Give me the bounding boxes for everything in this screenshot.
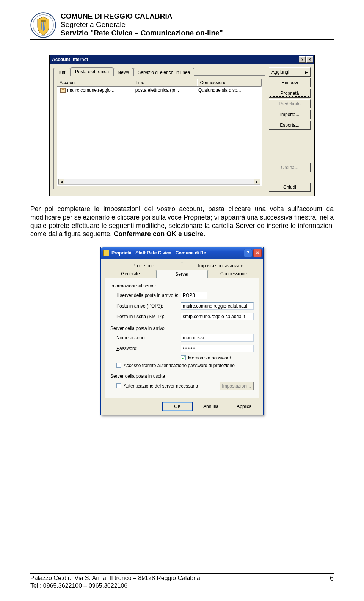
proprieta-button[interactable]: Proprietà <box>269 89 311 98</box>
predefinito-button: Predefinito <box>269 99 311 108</box>
server-type-label: Il server della posta in arrivo è: <box>116 293 181 298</box>
account-name-input[interactable]: mariorossi <box>181 334 254 342</box>
mail-icon <box>60 88 66 93</box>
account-list[interactable]: mailrc.comune.reggio... posta elettronic… <box>57 86 262 186</box>
account-name-label: Nome account: <box>116 335 181 341</box>
ordina-button: Ordina... <box>269 163 311 172</box>
cell-connessione: Qualunque sia disp... <box>197 87 260 93</box>
smtp-label: Posta in uscita (SMTP): <box>116 314 181 319</box>
svg-rect-2 <box>41 20 46 22</box>
header-divider <box>30 39 334 40</box>
document-footer: Palazzo Ce.dir., Via S. Anna, II tronco … <box>30 573 334 590</box>
password-input[interactable]: •••••••• <box>181 345 254 352</box>
paragraph-bold: Confermare con OK e uscire. <box>114 230 205 238</box>
account-internet-dialog: Account Internet ? × Tutti Posta elettro… <box>49 55 315 196</box>
annulla-button[interactable]: Annulla <box>196 402 226 411</box>
tab-bar: Protezione Impostazioni avanzate General… <box>105 262 259 278</box>
remember-password-checkbox[interactable] <box>181 355 186 360</box>
importa-button[interactable]: Importa... <box>269 110 311 119</box>
pop3-input[interactable]: mailrc.comune.reggio-calabria.it <box>181 302 254 310</box>
close-button[interactable]: × <box>253 249 262 257</box>
account-list-panel: Account Tipo Connessione mailrc.comune.r… <box>53 75 265 189</box>
server-tab-panel: Informazioni sul server Il server della … <box>105 278 259 398</box>
help-button[interactable]: ? <box>244 249 252 257</box>
close-button[interactable]: × <box>306 56 313 63</box>
remember-password-label: Memorizza password <box>188 355 231 361</box>
tab-news[interactable]: News <box>113 68 133 76</box>
password-label: Password: <box>116 346 181 351</box>
horizontal-scrollbar[interactable]: ◄ ► <box>58 179 260 185</box>
scroll-left-icon[interactable]: ◄ <box>58 179 64 184</box>
tab-generale[interactable]: Generale <box>105 270 156 278</box>
help-button[interactable]: ? <box>299 56 306 63</box>
tab-servizio-elenchi[interactable]: Servizio di elenchi in linea <box>133 68 194 76</box>
group-server-info: Informazioni sul server <box>110 283 254 289</box>
dialog-title: Proprietà - Staff Rete Civica - Comune d… <box>111 250 210 256</box>
column-connessione[interactable]: Connessione <box>197 79 262 86</box>
account-row[interactable]: mailrc.comune.reggio... posta elettronic… <box>57 87 261 94</box>
outgoing-auth-checkbox[interactable] <box>116 383 121 388</box>
server-type-input[interactable]: POP3 <box>181 292 207 299</box>
cell-account: mailrc.comune.reggio... <box>67 88 115 93</box>
rimuovi-button[interactable]: Rimuovi <box>269 78 311 87</box>
instruction-paragraph: Per poi completare le impostazioni del v… <box>30 205 334 239</box>
smtp-input[interactable]: smtp.comune.reggio-calabria.it <box>181 313 254 320</box>
group-outgoing-server: Server della posta in uscita <box>110 373 254 379</box>
column-tipo[interactable]: Tipo <box>133 79 198 86</box>
window-icon <box>103 250 109 256</box>
outgoing-auth-label: Autenticazione del server necessaria <box>124 383 198 389</box>
applica-button[interactable]: Applica <box>229 402 259 411</box>
dept-name: Segreteria Generale <box>61 20 223 29</box>
tab-protezione[interactable]: Protezione <box>105 262 182 270</box>
secure-auth-label: Accesso tramite autenticazione password … <box>124 363 235 368</box>
aggiungi-button[interactable]: Aggiungi ▶ <box>269 67 311 77</box>
impostazioni-button: Impostazioni... <box>220 382 254 390</box>
dialog-title: Account Internet <box>52 57 88 62</box>
tab-server[interactable]: Server <box>156 270 208 278</box>
properties-dialog: Proprietà - Staff Rete Civica - Comune d… <box>100 247 264 415</box>
municipal-crest-icon <box>30 12 56 38</box>
tab-tutti[interactable]: Tutti <box>53 68 71 76</box>
scroll-right-icon[interactable]: ► <box>254 179 260 184</box>
ok-button[interactable]: OK <box>162 402 193 411</box>
column-account[interactable]: Account <box>57 79 133 86</box>
esporta-button[interactable]: Esporta... <box>269 121 311 130</box>
tab-impostazioni-avanzate[interactable]: Impostazioni avanzate <box>182 262 259 270</box>
header-text: COMUNE DI REGGIO CALABRIA Segreteria Gen… <box>61 12 223 37</box>
tab-bar: Tutti Posta elettronica News Servizio di… <box>53 67 265 76</box>
tab-connessione[interactable]: Connessione <box>208 270 259 278</box>
pop3-label: Posta in arrivo (POP3): <box>116 303 181 309</box>
chiudi-button[interactable]: Chiudi <box>269 183 311 192</box>
document-header: COMUNE DI REGGIO CALABRIA Segreteria Gen… <box>30 12 334 38</box>
secure-auth-checkbox[interactable] <box>116 363 121 368</box>
chevron-right-icon: ▶ <box>305 70 308 74</box>
org-name: COMUNE DI REGGIO CALABRIA <box>61 12 223 20</box>
footer-telephone: Tel.: 0965.3622100 – 0965.3622106 <box>30 582 200 590</box>
page-number: 6 <box>330 574 334 582</box>
list-header: Account Tipo Connessione <box>57 79 262 86</box>
tab-posta-elettronica[interactable]: Posta elettronica <box>71 67 113 76</box>
dialog-titlebar[interactable]: Proprietà - Staff Rete Civica - Comune d… <box>101 247 263 259</box>
footer-divider <box>30 573 334 574</box>
footer-address: Palazzo Ce.dir., Via S. Anna, II tronco … <box>30 574 200 582</box>
service-name: Servizio "Rete Civica – Comunicazione on… <box>61 29 223 37</box>
group-incoming-server: Server della posta in arrivo <box>110 326 254 331</box>
cell-tipo: posta elettronica (pr... <box>134 87 197 93</box>
dialog-titlebar[interactable]: Account Internet ? × <box>50 55 314 64</box>
